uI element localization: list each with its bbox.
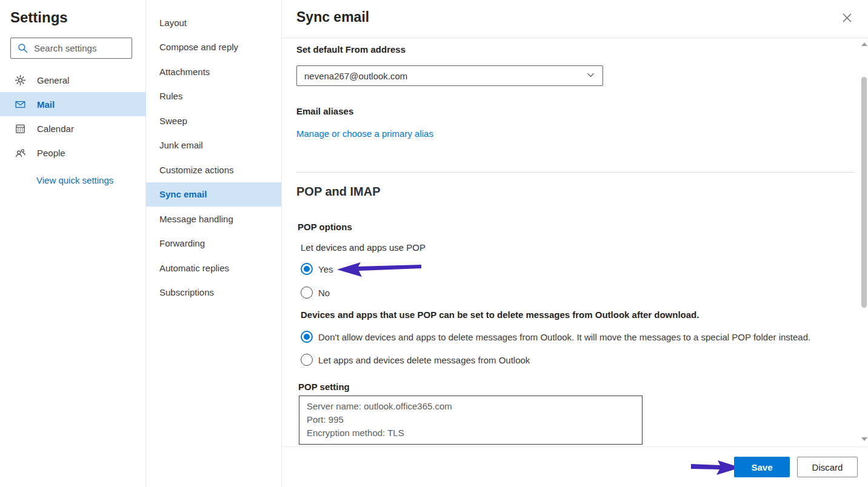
radio-dont-allow-control[interactable]	[301, 331, 313, 343]
pop-delete-question: Devices and apps that use POP can be set…	[301, 310, 699, 320]
radio-let-delete-control[interactable]	[301, 354, 313, 366]
nav-item-rules[interactable]: Rules	[146, 84, 281, 109]
nav-item-customize-actions[interactable]: Customize actions	[146, 157, 281, 182]
radio-dont-allow-label: Don't allow devices and apps to delete m…	[318, 332, 810, 342]
sidebar-item-label: Calendar	[37, 124, 74, 134]
pop-server-name: Server name: outlook.office365.com	[307, 400, 635, 413]
sidebar-item-label: Mail	[37, 99, 55, 110]
settings-sidebar: Settings General Mail	[0, 0, 146, 487]
sidebar-item-label: General	[37, 75, 69, 85]
use-pop-label: Let devices and apps use POP	[301, 242, 426, 253]
gear-icon	[15, 75, 26, 86]
section-divider	[296, 172, 855, 173]
annotation-arrow-yes	[335, 260, 423, 281]
nav-item-sweep[interactable]: Sweep	[146, 108, 281, 133]
radio-let-delete-label: Let apps and devices delete messages fro…	[318, 355, 530, 365]
mail-icon	[15, 99, 26, 110]
sidebar-item-calendar[interactable]: Calendar	[0, 116, 146, 141]
nav-item-forwarding[interactable]: Forwarding	[146, 231, 281, 256]
manage-alias-link[interactable]: Manage or choose a primary alias	[296, 128, 433, 139]
nav-item-message-handling[interactable]: Message handling	[146, 207, 281, 231]
radio-option-dont-allow-delete[interactable]: Don't allow devices and apps to delete m…	[301, 331, 810, 343]
pop-imap-heading: POP and IMAP	[296, 185, 381, 199]
settings-title: Settings	[10, 9, 68, 26]
settings-nav: General Mail Calendar People	[0, 68, 146, 165]
nav-item-sync-email[interactable]: Sync email	[146, 182, 281, 207]
pop-encryption: Encryption method: TLS	[307, 426, 635, 440]
radio-option-let-delete[interactable]: Let apps and devices delete messages fro…	[301, 354, 530, 366]
from-address-value: nevena267@outlook.com	[304, 71, 407, 81]
scrollbar-thumb[interactable]	[861, 77, 867, 308]
search-settings-box[interactable]	[10, 38, 132, 59]
scrollbar-up-arrow-icon[interactable]	[861, 42, 867, 46]
nav-item-layout[interactable]: Layout	[146, 10, 281, 35]
sidebar-item-mail[interactable]: Mail	[0, 92, 146, 116]
page-title: Sync email	[296, 9, 369, 25]
nav-item-junk-email[interactable]: Junk email	[146, 133, 281, 158]
radio-option-no[interactable]: No	[301, 287, 330, 299]
sidebar-item-people[interactable]: People	[0, 141, 146, 165]
scrollbar-down-arrow-icon[interactable]	[861, 437, 867, 441]
save-button[interactable]: Save	[734, 457, 790, 477]
nav-item-automatic-replies[interactable]: Automatic replies	[146, 256, 281, 280]
close-button[interactable]	[840, 12, 854, 26]
discard-button[interactable]: Discard	[797, 457, 858, 477]
search-settings-input[interactable]	[34, 43, 127, 53]
footer-divider	[282, 446, 868, 447]
nav-item-subscriptions[interactable]: Subscriptions	[146, 280, 281, 305]
chevron-down-icon	[586, 70, 595, 82]
from-address-label: Set default From address	[296, 44, 406, 55]
pop-setting-label: POP setting	[298, 382, 350, 392]
sidebar-item-label: People	[37, 148, 65, 158]
pop-setting-box: Server name: outlook.office365.com Port:…	[299, 396, 643, 445]
people-icon	[15, 147, 26, 159]
radio-no-control[interactable]	[301, 287, 313, 299]
sync-email-panel: Sync email Set default From address neve…	[282, 0, 868, 487]
header-divider	[282, 38, 868, 38]
settings-dialog: Settings General Mail	[0, 0, 868, 487]
pop-options-label: POP options	[298, 222, 352, 232]
radio-yes-label: Yes	[318, 264, 333, 274]
close-icon	[843, 13, 852, 25]
email-aliases-label: Email aliases	[296, 106, 353, 116]
nav-item-attachments[interactable]: Attachments	[146, 59, 281, 84]
radio-yes-control[interactable]	[301, 263, 313, 275]
panel-scrollbar[interactable]	[861, 38, 868, 447]
from-address-dropdown[interactable]: nevena267@outlook.com	[296, 65, 603, 86]
view-quick-settings-link[interactable]: View quick settings	[36, 175, 113, 185]
nav-item-compose-and-reply[interactable]: Compose and reply	[146, 35, 281, 60]
pop-port: Port: 995	[307, 413, 635, 426]
search-icon	[17, 42, 28, 54]
calendar-icon	[15, 123, 26, 134]
radio-no-label: No	[318, 288, 330, 298]
mail-settings-nav: Layout Compose and reply Attachments Rul…	[146, 0, 282, 487]
radio-option-yes[interactable]: Yes	[301, 263, 333, 275]
sidebar-item-general[interactable]: General	[0, 68, 146, 92]
